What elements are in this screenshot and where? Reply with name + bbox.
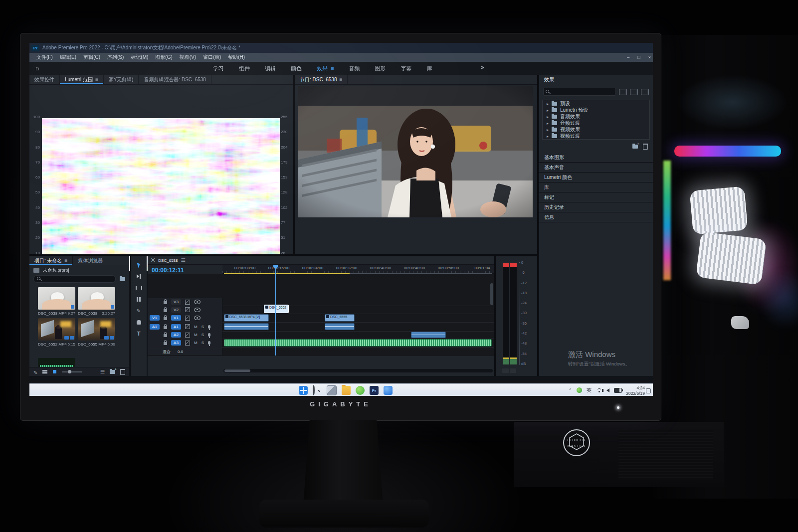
panel-menu-icon[interactable]: [339, 77, 342, 82]
track-badge[interactable]: A2: [171, 332, 181, 338]
notification-center-icon[interactable]: [646, 388, 651, 393]
project-clip-1[interactable]: DSC_6538.MP4 9:27: [38, 287, 75, 316]
solo-button[interactable]: S: [201, 325, 204, 329]
type-tool[interactable]: [135, 330, 142, 337]
timeline-clip[interactable]: DSC_6538.MP4 [V]: [224, 314, 269, 322]
sync-lock-icon[interactable]: [185, 324, 190, 329]
track-visibility-icon[interactable]: [194, 316, 200, 320]
tab-project[interactable]: 项目: 未命名: [29, 256, 73, 265]
vertical-scrollbar[interactable]: [490, 283, 493, 305]
clip-thumbnail[interactable]: [38, 287, 75, 310]
menu-item[interactable]: 文件(F): [36, 54, 53, 61]
solo-button[interactable]: S: [201, 341, 204, 345]
timeline-clip[interactable]: DSC_6555.: [325, 314, 355, 322]
chevron-right-icon[interactable]: [547, 101, 549, 106]
file-explorer-icon[interactable]: [342, 386, 351, 395]
horizontal-scrollbar[interactable]: [223, 369, 493, 372]
audio-clip[interactable]: [411, 332, 446, 338]
close-button[interactable]: ×: [648, 55, 651, 60]
chevron-right-icon[interactable]: [547, 120, 549, 126]
timeline-timecode[interactable]: 00:00:12:11: [152, 267, 184, 274]
selection-tool[interactable]: [135, 261, 142, 268]
track-visibility-icon[interactable]: [194, 300, 200, 304]
collapsed-panel-header[interactable]: Lumetri 颜色: [539, 173, 653, 182]
panel-menu-icon[interactable]: [95, 77, 98, 82]
automate-to-sequence-icon[interactable]: [100, 367, 105, 376]
delete-icon[interactable]: [643, 144, 648, 150]
tab-source-monitor[interactable]: 源:(无剪辑): [104, 75, 139, 84]
wifi-icon[interactable]: [596, 388, 602, 392]
workspace-tab[interactable]: 效果: [317, 65, 334, 72]
source-patch[interactable]: A1: [150, 324, 160, 330]
tab-audio-clip-mixer[interactable]: 音频剪辑混合器: DSC_6538: [139, 75, 211, 84]
minimize-button[interactable]: –: [627, 55, 629, 60]
solo-chip[interactable]: [510, 368, 516, 373]
sequence-tab[interactable]: DSC_6538: [158, 258, 178, 263]
razor-tool[interactable]: [135, 296, 142, 303]
effects-panel-tab[interactable]: 效果: [539, 75, 653, 85]
lock-icon[interactable]: [164, 334, 167, 337]
menu-item[interactable]: 窗口(W): [203, 54, 221, 61]
menu-item[interactable]: 帮助(H): [228, 54, 245, 61]
menu-item[interactable]: 图形(G): [155, 54, 172, 61]
chevron-right-icon[interactable]: [547, 127, 549, 132]
workspace-tab[interactable]: 学习: [213, 65, 224, 72]
collapsed-panel-header[interactable]: 信息: [539, 212, 653, 222]
track-visibility-icon[interactable]: [194, 308, 200, 312]
taskbar-clock[interactable]: 4:24 2022/5/19: [626, 385, 645, 396]
clip-thumbnail[interactable]: [78, 287, 115, 310]
workspace-tab[interactable]: 图形: [375, 65, 386, 72]
lock-icon[interactable]: [164, 342, 167, 345]
timeline-playhead[interactable]: [275, 265, 276, 355]
collapsed-panel-header[interactable]: 基本图形: [539, 153, 653, 163]
lock-icon[interactable]: [164, 326, 167, 329]
panel-menu-icon[interactable]: [181, 256, 185, 265]
collapsed-panel-header[interactable]: 库: [539, 182, 653, 192]
menu-item[interactable]: 剪辑(C): [83, 54, 100, 61]
effects-search-input[interactable]: [552, 89, 613, 95]
tab-program-monitor[interactable]: 节目: DSC_6538: [295, 75, 348, 84]
voiceover-record-icon[interactable]: [208, 341, 210, 345]
mute-button[interactable]: M: [194, 333, 198, 337]
pen-tool[interactable]: [135, 307, 142, 314]
track-badge[interactable]: V2: [171, 307, 181, 313]
chevron-right-icon[interactable]: [547, 133, 549, 139]
tab-lumetri-scopes[interactable]: Lumetri 范围: [60, 75, 104, 84]
workspace-tab[interactable]: 字幕: [400, 65, 411, 72]
menu-item[interactable]: 编辑(E): [60, 54, 76, 61]
hand-tool[interactable]: [135, 319, 142, 326]
source-patch[interactable]: V1: [150, 315, 160, 321]
effects-tree-row[interactable]: 音频效果: [543, 113, 649, 120]
effects-tree-row[interactable]: 音频过渡: [543, 120, 649, 126]
workspace-tab[interactable]: 组件: [239, 65, 250, 72]
music-audio-clip[interactable]: [224, 339, 492, 347]
clip-thumbnail[interactable]: [78, 318, 115, 341]
track-badge[interactable]: V3: [171, 299, 181, 305]
task-view-button[interactable]: [327, 385, 337, 395]
track-badge[interactable]: A1: [171, 324, 181, 330]
solo-button[interactable]: S: [201, 333, 204, 337]
voiceover-record-icon[interactable]: [208, 333, 210, 337]
menu-item[interactable]: 视图(V): [180, 54, 196, 61]
menu-item[interactable]: 序列(S): [107, 54, 124, 61]
track-select-tool[interactable]: [135, 273, 142, 280]
track-badge[interactable]: A3: [171, 340, 181, 346]
ime-indicator[interactable]: 英: [587, 387, 592, 394]
tray-app-icon[interactable]: [577, 387, 582, 393]
mute-button[interactable]: M: [194, 325, 198, 329]
start-button[interactable]: [299, 386, 308, 395]
workspace-tab[interactable]: 编辑: [265, 65, 276, 72]
tab-effect-controls[interactable]: 效果控件: [29, 75, 60, 84]
audio-clip[interactable]: [224, 323, 269, 330]
clip-indicator[interactable]: [503, 263, 509, 267]
clip-indicator[interactable]: [510, 263, 517, 267]
audio-clip[interactable]: [325, 323, 355, 330]
effects-tree-row[interactable]: 预设: [543, 100, 649, 107]
collapsed-panel-header[interactable]: 标记: [539, 192, 653, 202]
new-bin-icon[interactable]: [632, 145, 638, 149]
list-view-icon[interactable]: [42, 370, 47, 374]
workspace-tab[interactable]: 颜色: [291, 65, 302, 72]
new-bin-icon[interactable]: [110, 370, 115, 374]
tab-media-browser[interactable]: 媒体浏览器: [73, 256, 108, 265]
yuv-effects-filter-icon[interactable]: [641, 89, 649, 95]
